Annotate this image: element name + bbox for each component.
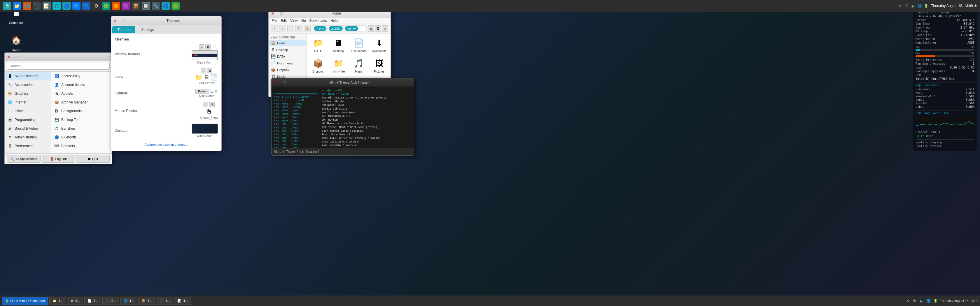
- tray-icon-5[interactable]: 🔋: [923, 3, 929, 8]
- fm-file-pictures[interactable]: 🖼 Pictures: [370, 56, 388, 75]
- file-manager-button[interactable]: 📁: [13, 2, 21, 10]
- terminal-button[interactable]: ⬛: [33, 2, 41, 10]
- window-border-settings[interactable]: ⚙: [205, 44, 211, 49]
- panel-app8[interactable]: 📦: [132, 2, 140, 10]
- fm-up-button[interactable]: ↑: [287, 25, 294, 32]
- menu-item-archive-manager[interactable]: 📦 Archive Manager: [51, 98, 112, 107]
- category-programming[interactable]: 💻 Programming: [5, 116, 51, 124]
- fm-forward-button[interactable]: ›: [279, 25, 286, 32]
- category-preferences[interactable]: 🎛 Preferences: [5, 142, 51, 151]
- tab-themes[interactable]: Themes: [112, 26, 135, 33]
- panel-app1[interactable]: 🔵: [62, 2, 71, 10]
- quit-footer-btn[interactable]: ⏹ Quit: [76, 155, 110, 163]
- fm-file-downloads[interactable]: ⬇ Downloads: [370, 36, 388, 54]
- tab-settings[interactable]: Settings: [136, 26, 159, 33]
- category-all-applications[interactable]: 📱 All Applications: [5, 72, 51, 81]
- terminal-close-button[interactable]: ✕: [274, 80, 277, 85]
- fm-reload-button[interactable]: ↻: [296, 25, 302, 32]
- fm-sidebar-desktop[interactable]: 🖥 Desktop: [269, 46, 306, 53]
- tray-icon-4[interactable]: 🌐: [917, 3, 922, 8]
- taskbar-window-3[interactable]: 📄 IT...: [84, 296, 101, 305]
- taskbar-tray-network[interactable]: 🌐: [926, 298, 931, 303]
- themes-min-button[interactable]: –: [119, 18, 121, 23]
- browser-button[interactable]: 🌐: [23, 2, 31, 10]
- menu-item-banshee[interactable]: 🎵 Banshee: [51, 124, 112, 133]
- fm-menu-go[interactable]: Go: [301, 19, 306, 23]
- category-graphics[interactable]: 🎨 Graphics: [5, 89, 51, 98]
- mint-menu-button[interactable]: 🍃: [3, 2, 11, 10]
- tray-icon-1[interactable]: ✕: [898, 3, 903, 8]
- tray-icon-3[interactable]: 🔈: [911, 3, 916, 8]
- terminal-min-button[interactable]: –: [279, 80, 282, 85]
- fm-min-button[interactable]: –: [276, 11, 278, 16]
- taskbar-tray-volume[interactable]: 🔈: [919, 298, 924, 303]
- category-internet[interactable]: 🌐 Internet: [5, 98, 51, 107]
- themes-close-button[interactable]: ✕: [113, 18, 117, 23]
- panel-app12[interactable]: 🟢: [172, 2, 180, 10]
- fm-file-mint-y-fire[interactable]: 📁 mint-y-fire: [329, 56, 347, 75]
- fm-file-documents[interactable]: 📄 Documents: [350, 36, 368, 54]
- fm-breadcrumb-conky[interactable]: conky: [345, 26, 358, 31]
- fm-max-button[interactable]: □: [280, 11, 283, 16]
- search-footer-btn[interactable]: 🔍 All Applications: [7, 155, 41, 163]
- category-places[interactable]: 📁 Places: [5, 151, 51, 153]
- desktop-icon-home[interactable]: 🏠 Home: [6, 33, 26, 52]
- app-menu-close[interactable]: ✕: [7, 54, 11, 59]
- pointer-settings[interactable]: ⚙: [209, 102, 215, 107]
- taskbar-mint[interactable]: 🍃 Linux Mint 18 Cinnamon: [2, 296, 48, 305]
- fm-sidebar-dropbox[interactable]: 📦 Dropbox: [269, 67, 306, 73]
- menu-item-account-details[interactable]: 👤 Account details: [51, 81, 112, 89]
- menu-item-brackets[interactable]: ⌨ Brackets: [51, 142, 112, 151]
- taskbar-window-5[interactable]: 🌐 iT...: [121, 296, 137, 305]
- panel-app5[interactable]: 🟢: [102, 2, 110, 10]
- app-menu-max[interactable]: □: [15, 54, 18, 59]
- text-editor-button[interactable]: 📝: [43, 2, 51, 10]
- icons-settings[interactable]: ⚙: [207, 68, 212, 73]
- panel-app11[interactable]: 🔵: [162, 2, 170, 10]
- menu-item-brasero[interactable]: 💿 Brasero: [51, 151, 112, 153]
- fm-home-button[interactable]: 🏠: [304, 25, 310, 32]
- taskbar-window-8[interactable]: 📝 IT...: [174, 296, 191, 305]
- fm-menu-file[interactable]: File: [272, 19, 277, 23]
- menu-item-accessibility[interactable]: ♿ Accessibility: [51, 72, 112, 81]
- window-border-prev[interactable]: –: [199, 44, 204, 49]
- icons-prev[interactable]: –: [200, 68, 206, 73]
- terminal-body[interactable]: MMMMMMMMMMMMMMMMMMMMMMMNmds+. MMM.-:::::…: [272, 87, 414, 148]
- fm-file-dropbox[interactable]: 📦 Dropbox: [309, 56, 327, 75]
- taskbar-window-2[interactable]: 🖥 IT...: [67, 296, 83, 305]
- taskbar-window-6[interactable]: 📦 IT...: [138, 296, 155, 305]
- panel-app6[interactable]: 🟠: [112, 2, 120, 10]
- pointer-prev[interactable]: –: [203, 102, 208, 107]
- fm-file-desktop[interactable]: 🖥 Desktop: [329, 36, 347, 54]
- fm-file-music[interactable]: 🎵 Music: [350, 56, 368, 75]
- terminal-max-button[interactable]: □: [283, 80, 286, 85]
- search-input[interactable]: [7, 63, 110, 70]
- fm-file-data[interactable]: 📁 DATA: [309, 36, 327, 54]
- add-remove-themes-link[interactable]: Add/remove desktop themes...: [115, 142, 218, 147]
- fm-close-button[interactable]: ✕: [271, 11, 274, 16]
- taskbar-window-1[interactable]: 📁 IT...: [49, 296, 66, 305]
- taskbar-tray-2[interactable]: ①: [912, 298, 917, 303]
- fm-menu-edit[interactable]: Edit: [281, 19, 287, 23]
- taskbar-window-7[interactable]: ⬛ IT...: [156, 296, 173, 305]
- fm-menu-view[interactable]: View: [290, 19, 298, 23]
- panel-app4[interactable]: ⚙: [92, 2, 100, 10]
- fm-sidebar-documents[interactable]: 📄 Documents: [269, 60, 306, 67]
- app-menu-min[interactable]: –: [12, 54, 14, 59]
- panel-app7[interactable]: 🟣: [122, 2, 130, 10]
- fm-compact-view-button[interactable]: ≡: [382, 25, 388, 32]
- menu-item-backgrounds[interactable]: 🖼 Backgrounds: [51, 107, 112, 116]
- taskbar-window-4[interactable]: ⬛ IT...: [102, 296, 119, 305]
- tray-icon-2[interactable]: ①: [904, 3, 909, 8]
- fm-list-view-button[interactable]: ☰: [375, 25, 381, 32]
- panel-app10[interactable]: 🔧: [152, 2, 160, 10]
- fm-breadcrumb-erik[interactable]: + erik: [314, 26, 326, 31]
- taskbar-tray-power[interactable]: 🔋: [933, 298, 938, 303]
- menu-item-backup-tool[interactable]: 💾 Backup Tool: [51, 116, 112, 124]
- panel-app3[interactable]: 💙: [82, 2, 91, 10]
- menu-item-bluetooth[interactable]: 🔵 Bluetooth: [51, 133, 112, 142]
- panel-app9[interactable]: 🔲: [142, 2, 150, 10]
- panel-app2[interactable]: 🔷: [72, 2, 81, 10]
- fm-menu-help[interactable]: Help: [331, 19, 338, 23]
- fm-grid-view-button[interactable]: ⊞: [368, 25, 374, 32]
